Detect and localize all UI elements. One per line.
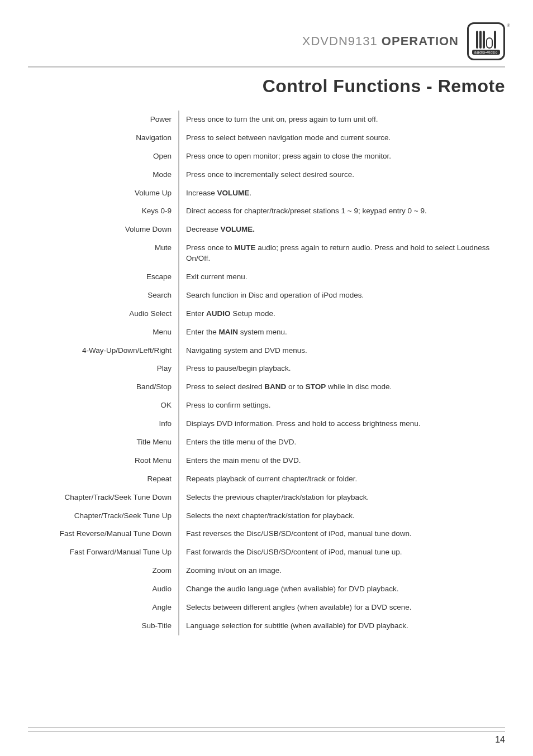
function-description: Zooming in/out on an image. (179, 562, 505, 580)
function-description: Enters the main menu of the DVD. (179, 452, 505, 470)
function-description: Decrease VOLUME. (179, 221, 505, 239)
function-label: Repeat (17, 470, 179, 489)
function-description: Change the audio language (when availabl… (179, 580, 505, 599)
function-label: Fast Forward/Manual Tune Up (17, 543, 179, 562)
model-label: XDVDN9131 (302, 34, 378, 48)
function-label: Band/Stop (17, 378, 179, 396)
function-description: Fast reverses the Disc/USB/SD/content of… (179, 525, 505, 543)
table-row: 4-Way-Up/Down/Left/RightNavigating syste… (17, 342, 505, 360)
footer-divider (28, 727, 505, 728)
function-description: Direct access for chapter/track/preset s… (179, 202, 505, 221)
table-row: Keys 0-9Direct access for chapter/track/… (17, 202, 505, 221)
table-row: Root MenuEnters the main menu of the DVD… (17, 452, 505, 470)
function-label: Sub-Title (17, 617, 179, 635)
function-label: Mode (17, 166, 179, 184)
function-description: Selects the next chapter/track/station f… (179, 507, 505, 525)
table-row: Chapter/Track/Seek Tune UpSelects the ne… (17, 507, 505, 525)
function-description: Enters the title menu of the DVD. (179, 433, 505, 452)
table-row: MutePress once to MUTE audio; press agai… (17, 239, 505, 268)
function-description: Press to confirm settings. (179, 396, 505, 415)
table-row: PlayPress to pause/begin playback. (17, 360, 505, 378)
logo-subtext: audio•video (472, 50, 500, 55)
page-title: Control Functions - Remote (0, 68, 533, 111)
table-row: Fast Reverse/Manual Tune DownFast revers… (17, 525, 505, 543)
logo-bars-icon (476, 28, 496, 49)
operation-label: OPERATION (382, 34, 459, 48)
function-description: Press to pause/begin playback. (179, 360, 505, 378)
function-description: Fast forwards the Disc/USB/SD/content of… (179, 543, 505, 562)
function-description: Language selection for subtitle (when av… (179, 617, 505, 635)
header-text: XDVDN9131 OPERATION (302, 34, 459, 49)
function-label: Fast Reverse/Manual Tune Down (17, 525, 179, 543)
table-row: Volume UpIncrease VOLUME. (17, 184, 505, 203)
table-row: RepeatRepeats playback of current chapte… (17, 470, 505, 489)
function-label: Chapter/Track/Seek Tune Up (17, 507, 179, 525)
function-description: Exit current menu. (179, 268, 505, 286)
table-row: NavigationPress to select between naviga… (17, 129, 505, 147)
function-description: Press to select desired BAND or to STOP … (179, 378, 505, 396)
function-description: Repeats playback of current chapter/trac… (179, 470, 505, 489)
table-row: InfoDisplays DVD information. Press and … (17, 415, 505, 433)
function-description: Press once to turn the unit on, press ag… (179, 111, 505, 129)
function-label: OK (17, 396, 179, 415)
table-row: SearchSearch function in Disc and operat… (17, 286, 505, 305)
function-label: 4-Way-Up/Down/Left/Right (17, 342, 179, 360)
function-description: Press once to MUTE audio; press again to… (179, 239, 505, 268)
function-label: Volume Down (17, 221, 179, 239)
table-row: Title MenuEnters the title menu of the D… (17, 433, 505, 452)
function-description: Press once to open monitor; press again … (179, 147, 505, 166)
table-row: OKPress to confirm settings. (17, 396, 505, 415)
function-label: Menu (17, 323, 179, 342)
function-label: Title Menu (17, 433, 179, 452)
table-row: ZoomZooming in/out on an image. (17, 562, 505, 580)
header-row: XDVDN9131 OPERATION ® audio•video (0, 0, 533, 66)
functions-table: PowerPress once to turn the unit on, pre… (17, 111, 505, 635)
registered-mark: ® (507, 23, 510, 28)
function-description: Increase VOLUME. (179, 184, 505, 203)
table-row: OpenPress once to open monitor; press ag… (17, 147, 505, 166)
table-row: Volume DownDecrease VOLUME. (17, 221, 505, 239)
function-label: Play (17, 360, 179, 378)
function-label: Zoom (17, 562, 179, 580)
function-description: Enter the MAIN system menu. (179, 323, 505, 342)
function-description: Press once to incrementally select desir… (179, 166, 505, 184)
function-description: Navigating system and DVD menus. (179, 342, 505, 360)
table-row: Chapter/Track/Seek Tune DownSelects the … (17, 489, 505, 507)
table-row: AngleSelects between different angles (w… (17, 599, 505, 617)
function-label: Keys 0-9 (17, 202, 179, 221)
function-label: Navigation (17, 129, 179, 147)
function-label: Info (17, 415, 179, 433)
function-description: Press to select between navigation mode … (179, 129, 505, 147)
table-row: PowerPress once to turn the unit on, pre… (17, 111, 505, 129)
function-label: Root Menu (17, 452, 179, 470)
function-label: Audio Select (17, 305, 179, 323)
function-description: Search function in Disc and operation of… (179, 286, 505, 305)
function-description: Selects between different angles (when a… (179, 599, 505, 617)
page-number: 14 (28, 731, 505, 745)
table-row: ModePress once to incrementally select d… (17, 166, 505, 184)
brand-logo: ® audio•video (467, 22, 505, 60)
table-row: Band/StopPress to select desired BAND or… (17, 378, 505, 396)
function-label: Power (17, 111, 179, 129)
table-row: Sub-TitleLanguage selection for subtitle… (17, 617, 505, 635)
function-description: Enter AUDIO Setup mode. (179, 305, 505, 323)
table-row: AudioChange the audio language (when ava… (17, 580, 505, 599)
function-label: Open (17, 147, 179, 166)
function-label: Escape (17, 268, 179, 286)
function-label: Angle (17, 599, 179, 617)
function-description: Displays DVD information. Press and hold… (179, 415, 505, 433)
function-description: Selects the previous chapter/track/stati… (179, 489, 505, 507)
function-label: Audio (17, 580, 179, 599)
table-row: MenuEnter the MAIN system menu. (17, 323, 505, 342)
function-label: Mute (17, 239, 179, 268)
functions-table-wrap: PowerPress once to turn the unit on, pre… (0, 111, 533, 635)
table-row: EscapeExit current menu. (17, 268, 505, 286)
function-label: Chapter/Track/Seek Tune Down (17, 489, 179, 507)
function-label: Volume Up (17, 184, 179, 203)
table-row: Fast Forward/Manual Tune UpFast forwards… (17, 543, 505, 562)
function-label: Search (17, 286, 179, 305)
table-row: Audio SelectEnter AUDIO Setup mode. (17, 305, 505, 323)
